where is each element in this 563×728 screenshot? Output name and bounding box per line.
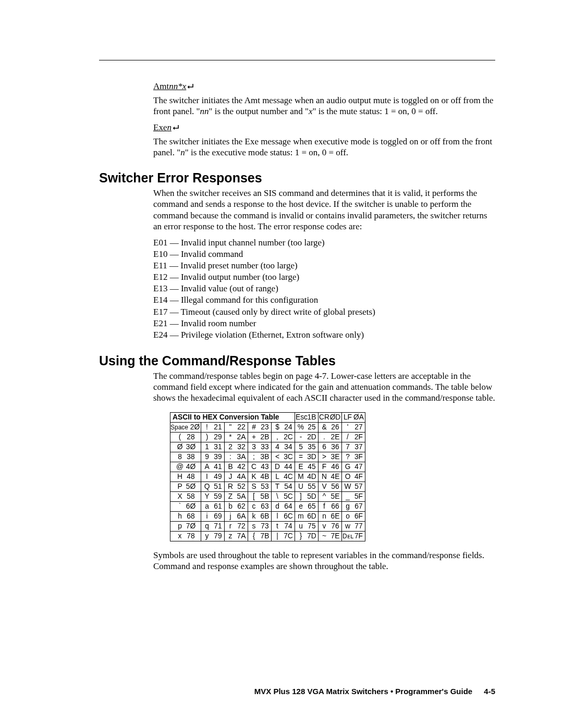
ascii-table-cell: s73 (248, 521, 272, 531)
ascii-table-cell: m6D (295, 511, 319, 521)
error-code-item: E17 — Timeout (caused only by direct wri… (153, 306, 495, 318)
ascii-table-cell: P5Ø (170, 482, 201, 491)
ascii-table-cell: E45 (295, 462, 319, 472)
error-code-list: E01 — Invalid input channel number (too … (153, 237, 495, 341)
ascii-table-cell: 131 (201, 442, 225, 452)
ascii-table-cell: ^5E (319, 491, 342, 501)
ascii-table-cell: 232 (225, 442, 248, 452)
ascii-table-cell: n6E (319, 511, 342, 521)
ascii-table-cell: '27 (342, 422, 365, 432)
ascii-table-cell: S53 (248, 482, 272, 491)
ascii-table-cell: =3D (295, 452, 319, 462)
ascii-table-cell: D44 (272, 462, 295, 472)
ascii-table-cell: G47 (342, 462, 365, 472)
ascii-table-cell: Ø3Ø (170, 442, 201, 452)
ascii-table-cell: r72 (225, 521, 248, 531)
ascii-table-cell: o6F (342, 511, 365, 521)
ascii-table-cell: g67 (342, 501, 365, 511)
ascii-table-cell: w77 (342, 521, 365, 531)
ascii-table-cell: N4E (319, 472, 342, 482)
ascii-table-cell: |7C (272, 531, 295, 541)
ascii-table-cell: b62 (225, 501, 248, 511)
ascii-table-cell: +2B (248, 432, 272, 442)
ascii-table-cell: 535 (295, 442, 319, 452)
ascii-table-cell: ?3F (342, 452, 365, 462)
ascii-table-cell: J4A (225, 472, 248, 482)
ascii-table-cell: U55 (295, 482, 319, 491)
ascii-table-cell: {7B (248, 531, 272, 541)
ascii-table-cell: y79 (201, 531, 225, 541)
footer-text: MVX Plus 128 VGA Matrix Switchers • Prog… (254, 687, 472, 696)
message-body: The switcher initiates the Amt message w… (153, 95, 495, 117)
ascii-table-cell: %25 (295, 422, 319, 432)
ascii-table-cell: W57 (342, 482, 365, 491)
ascii-table-cell: h68 (170, 511, 201, 521)
ascii-table-cell: u75 (295, 521, 319, 531)
ascii-table-cell: L4C (272, 472, 295, 482)
message-heading: Amtnn*x (153, 81, 495, 92)
error-code-item: E21 — Invalid room number (153, 318, 495, 329)
top-rule (99, 60, 495, 60)
ascii-table-cell: Dᴇʟ7F (342, 531, 365, 541)
error-code-item: E13 — Invalid value (out of range) (153, 283, 495, 294)
ascii-table-header-cell: LFØA (342, 412, 365, 422)
ascii-hex-table: ASCII to HEX Conversion TableEsc1BCRØDLF… (170, 412, 365, 541)
ascii-table-cell: v76 (319, 521, 342, 531)
ascii-table-cell: #23 (248, 422, 272, 432)
ascii-table-cell: [5B (248, 491, 272, 501)
ascii-table-cell: O4F (342, 472, 365, 482)
ascii-table-cell: c63 (248, 501, 272, 511)
ascii-table-cell: 838 (170, 452, 201, 462)
ascii-table-cell: 333 (248, 442, 272, 452)
ascii-table-cell: }7D (295, 531, 319, 541)
ascii-table-cell: q71 (201, 521, 225, 531)
ascii-table-cell: H48 (170, 472, 201, 482)
error-code-item: E11 — Invalid preset number (too large) (153, 260, 495, 272)
ascii-table-cell: ]5D (295, 491, 319, 501)
ascii-table-cell: V56 (319, 482, 342, 491)
error-code-item: E12 — Invalid output number (too large) (153, 272, 495, 283)
ascii-table-cell: Y59 (201, 491, 225, 501)
ascii-table-cell: z7A (225, 531, 248, 541)
ascii-table-cell: e65 (295, 501, 319, 511)
ascii-table-cell: Space2Ø (170, 422, 201, 432)
ascii-table-cell: Z5A (225, 491, 248, 501)
ascii-table-cell: i69 (201, 511, 225, 521)
ascii-table-cell: F46 (319, 462, 342, 472)
ascii-table-cell: M4D (295, 472, 319, 482)
error-code-item: E14 — Illegal command for this configura… (153, 294, 495, 306)
ascii-table-cell: -2D (295, 432, 319, 442)
ascii-table-cell: )29 (201, 432, 225, 442)
ascii-table-cell: a61 (201, 501, 225, 511)
ascii-table-cell: &26 (319, 422, 342, 432)
ascii-table-cell: f66 (319, 501, 342, 511)
ascii-table-cell: B42 (225, 462, 248, 472)
ascii-table-cell: "22 (225, 422, 248, 432)
section-cmd-tables-heading: Using the Command/Response Tables (99, 353, 495, 368)
ascii-table-cell: p7Ø (170, 521, 201, 531)
ascii-table-cell: j6A (225, 511, 248, 521)
page-footer: MVX Plus 128 VGA Matrix Switchers • Prog… (254, 687, 495, 696)
ascii-table-cell: 636 (319, 442, 342, 452)
section-cmd-tables-intro: The command/response tables begin on pag… (153, 371, 495, 404)
ascii-table-cell: \5C (272, 491, 295, 501)
ascii-table-cell: 737 (342, 442, 365, 452)
ascii-table-cell: $24 (272, 422, 295, 432)
ascii-table-cell: A41 (201, 462, 225, 472)
section-cmd-tables-outro: Symbols are used throughout the table to… (153, 550, 495, 572)
ascii-table-cell: K4B (248, 472, 272, 482)
ascii-table-cell: !21 (201, 422, 225, 432)
ascii-table-cell: >3E (319, 452, 342, 462)
ascii-table-cell: ;3B (248, 452, 272, 462)
ascii-table-cell: X58 (170, 491, 201, 501)
ascii-table-cell: /2F (342, 432, 365, 442)
ascii-table-cell: T54 (272, 482, 295, 491)
ascii-table-cell: ,2C (272, 432, 295, 442)
section-switcher-error-intro: When the switcher receives an SIS comman… (153, 188, 495, 232)
ascii-table-cell: (28 (170, 432, 201, 442)
ascii-table-cell: 434 (272, 442, 295, 452)
ascii-table-cell: 939 (201, 452, 225, 462)
ascii-table-header-cell: CRØD (319, 412, 342, 422)
error-code-item: E10 — Invalid command (153, 249, 495, 260)
ascii-table-cell: t74 (272, 521, 295, 531)
